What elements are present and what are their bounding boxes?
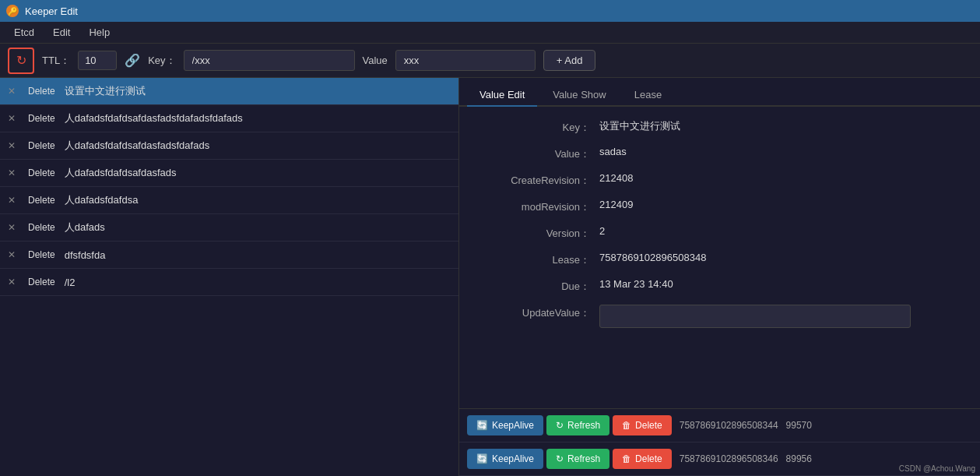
key-detail-label: Key： — [475, 119, 599, 135]
close-icon[interactable]: ✕ — [8, 195, 19, 206]
main-content: ✕ Delete 设置中文进行测试 ✕ Delete 人dafadsfdafds… — [0, 78, 980, 476]
create-revision-label: CreateRevision： — [475, 172, 599, 188]
menu-edit[interactable]: Edit — [45, 23, 78, 41]
version-value: 2 — [599, 225, 964, 237]
ttl-label: TTL： — [42, 54, 70, 68]
close-icon[interactable]: ✕ — [8, 277, 19, 287]
value-row: Value： sadas — [475, 146, 964, 161]
keepalive-button-1[interactable]: 🔄 KeepAlive — [467, 449, 543, 469]
lease-label: Lease： — [475, 252, 599, 267]
refresh-icon-1: ↻ — [556, 453, 564, 464]
title-bar: 🔑 Keeper Edit — [0, 0, 980, 22]
version-label: Version： — [475, 225, 599, 241]
menu-etcd[interactable]: Etcd — [6, 23, 42, 41]
tab-value-show[interactable]: Value Show — [540, 84, 618, 107]
lease-row: Lease： 7587869102896508348 — [475, 252, 964, 267]
item-key: dfsfdsfda — [65, 249, 451, 261]
delete-action-label-0: Delete — [635, 420, 662, 431]
mod-revision-value: 212409 — [599, 199, 964, 210]
ttl-input[interactable] — [78, 51, 117, 70]
delete-item-button[interactable]: Delete — [23, 166, 60, 180]
detail-area: Key： 设置中文进行测试 Value： sadas CreateRevisio… — [459, 107, 980, 408]
list-item[interactable]: ✕ Delete 设置中文进行测试 — [0, 78, 458, 105]
keepalive-icon-0: 🔄 — [476, 420, 488, 431]
delete-item-button[interactable]: Delete — [23, 248, 60, 262]
value-input[interactable] — [395, 50, 536, 71]
link-icon: 🔗 — [125, 53, 140, 68]
item-key: 人dafadsfdafdsafdasfadsfdafadsfdafads — [65, 111, 451, 125]
app-icon: 🔑 — [6, 5, 19, 17]
refresh-button[interactable]: ↻ — [8, 48, 34, 74]
item-key: /l2 — [65, 277, 451, 288]
right-panel: Value EditValue ShowLease Key： 设置中文进行测试 … — [459, 78, 980, 476]
create-revision-row: CreateRevision： 212408 — [475, 172, 964, 188]
item-key: 人dafads — [65, 220, 451, 234]
list-item[interactable]: ✕ Delete 人dafads — [0, 214, 458, 242]
refresh-label-0: Refresh — [567, 420, 600, 431]
refresh-icon-0: ↻ — [556, 420, 564, 431]
update-value-label: UpdateValue： — [475, 305, 599, 320]
list-item[interactable]: ✕ Delete 人dafadsfdafdsafdasfadsfdafads — [0, 132, 458, 160]
close-icon[interactable]: ✕ — [8, 86, 19, 97]
mod-revision-label: modRevision： — [475, 199, 599, 214]
delete-item-button[interactable]: Delete — [23, 139, 60, 153]
keepalive-icon-1: 🔄 — [476, 453, 488, 464]
delete-item-button[interactable]: Delete — [23, 193, 60, 207]
trash-icon-0: 🗑 — [622, 420, 631, 431]
key-label: Key： — [148, 54, 175, 68]
refresh-label-1: Refresh — [567, 453, 600, 464]
menu-bar: Etcd Edit Help — [0, 22, 980, 44]
left-panel: ✕ Delete 设置中文进行测试 ✕ Delete 人dafadsfdafds… — [0, 78, 459, 476]
delete-item-button[interactable]: Delete — [23, 275, 60, 289]
value-detail-label: Value： — [475, 146, 599, 161]
item-key: 人dafadsfdafdsa — [65, 193, 451, 207]
list-item[interactable]: ✕ Delete dfsfdsfda — [0, 242, 458, 269]
add-button[interactable]: + Add — [543, 50, 596, 71]
keepalive-label-1: KeepAlive — [492, 453, 534, 464]
version-row: Version： 2 — [475, 225, 964, 241]
due-label: Due： — [475, 278, 599, 294]
toolbar: ↻ TTL： 🔗 Key： Value + Add — [0, 44, 980, 78]
tab-lease[interactable]: Lease — [622, 84, 674, 107]
key-input[interactable] — [184, 50, 355, 71]
value-detail-value: sadas — [599, 146, 964, 157]
trash-icon-1: 🗑 — [622, 453, 631, 464]
delete-action-button-0[interactable]: 🗑 Delete — [613, 415, 672, 435]
close-icon[interactable]: ✕ — [8, 140, 19, 151]
action-row-0: 🔄 KeepAlive ↻ Refresh 🗑 Delete 758786910… — [459, 409, 980, 443]
add-button-label: + Add — [557, 55, 583, 66]
keepalive-button-0[interactable]: 🔄 KeepAlive — [467, 415, 543, 435]
close-icon[interactable]: ✕ — [8, 222, 19, 233]
refresh-action-button-0[interactable]: ↻ Refresh — [546, 415, 609, 435]
item-key: 人dafadsfdafdsafdasfads — [65, 166, 451, 180]
key-detail-value: 设置中文进行测试 — [599, 119, 964, 133]
action-ttl-0: 99570 — [786, 420, 812, 431]
delete-item-button[interactable]: Delete — [23, 84, 60, 98]
close-icon[interactable]: ✕ — [8, 113, 19, 124]
due-value: 13 Mar 23 14:40 — [599, 278, 964, 290]
delete-item-button[interactable]: Delete — [23, 111, 60, 125]
refresh-action-button-1[interactable]: ↻ Refresh — [546, 449, 609, 469]
action-ttl-1: 89956 — [786, 453, 812, 464]
lease-value: 7587869102896508348 — [599, 252, 964, 263]
close-icon[interactable]: ✕ — [8, 167, 19, 178]
list-item[interactable]: ✕ Delete /l2 — [0, 269, 458, 296]
update-value-row: UpdateValue： — [475, 305, 964, 328]
item-key: 人dafadsfdafdsafdasfadsfdafads — [65, 139, 451, 153]
tabs: Value EditValue ShowLease — [459, 78, 980, 107]
due-row: Due： 13 Mar 23 14:40 — [475, 278, 964, 294]
watermark: CSDN @Achou.Wang — [899, 464, 975, 473]
list-item[interactable]: ✕ Delete 人dafadsfdafdsa — [0, 187, 458, 214]
create-revision-value: 212408 — [599, 172, 964, 184]
value-label: Value — [363, 55, 388, 66]
list-item[interactable]: ✕ Delete 人dafadsfdafdsafdasfads — [0, 160, 458, 187]
tab-value-edit[interactable]: Value Edit — [467, 84, 537, 107]
close-icon[interactable]: ✕ — [8, 249, 19, 260]
app-title: Keeper Edit — [25, 5, 78, 17]
update-value-input[interactable] — [599, 305, 911, 328]
list-item[interactable]: ✕ Delete 人dafadsfdafdsafdasfadsfdafadsfd… — [0, 105, 458, 132]
menu-help[interactable]: Help — [81, 23, 118, 41]
delete-item-button[interactable]: Delete — [23, 220, 60, 234]
action-lease-1: 7587869102896508346 — [680, 453, 778, 464]
delete-action-button-1[interactable]: 🗑 Delete — [613, 449, 672, 469]
